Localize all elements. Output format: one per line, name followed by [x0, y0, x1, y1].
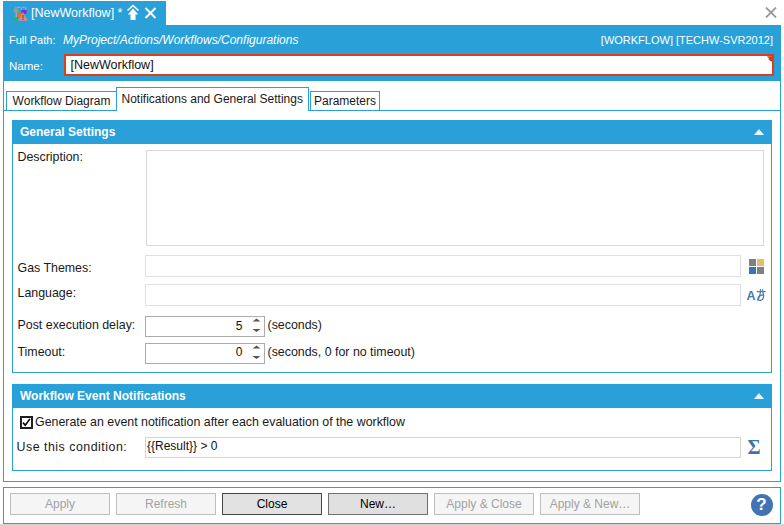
svg-text:A: A — [747, 289, 756, 302]
